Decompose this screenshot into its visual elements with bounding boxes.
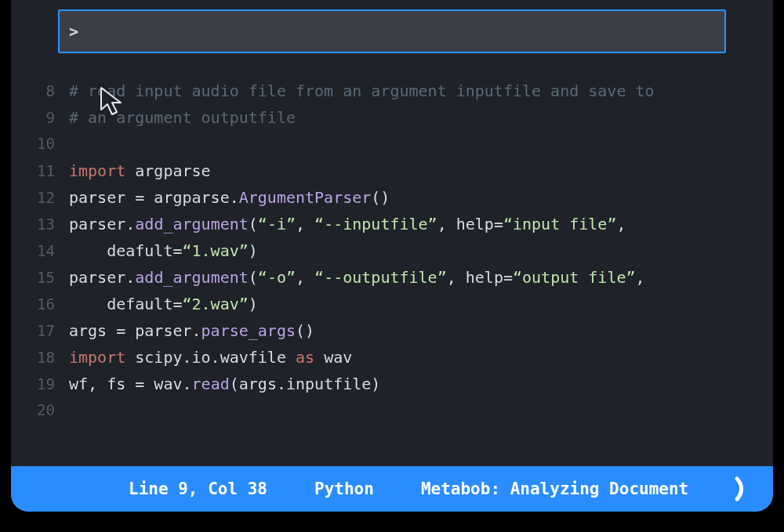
command-bar-container: > bbox=[11, 0, 773, 53]
token-default: () bbox=[296, 321, 314, 340]
token-func: parse_args bbox=[201, 321, 296, 340]
code-line[interactable]: 10 bbox=[25, 135, 773, 161]
token-default: parser. bbox=[69, 268, 135, 287]
token-default: , bbox=[296, 215, 314, 233]
mouse-cursor-icon bbox=[99, 86, 125, 116]
code-content[interactable]: # read input audio file from an argument… bbox=[69, 81, 655, 100]
line-number: 20 bbox=[25, 401, 69, 418]
token-default: (args.inputfile) bbox=[230, 375, 381, 393]
token-keyword: as bbox=[296, 348, 314, 367]
line-number: 12 bbox=[25, 189, 69, 206]
token-default: argparse bbox=[125, 161, 210, 180]
token-string: “1.wav” bbox=[183, 241, 249, 260]
status-message: Metabob: Analyzing Document bbox=[421, 480, 688, 498]
line-number: 17 bbox=[25, 322, 69, 339]
code-line[interactable]: 16 default=“2.wav”) bbox=[25, 295, 773, 321]
token-default: scipy.io.wavfile bbox=[125, 348, 296, 367]
line-number: 10 bbox=[25, 135, 69, 152]
code-line[interactable]: 11import argparse bbox=[25, 161, 773, 188]
code-line[interactable]: 18import scipy.io.wavfile as wav bbox=[25, 348, 773, 375]
token-string: “2.wav” bbox=[183, 295, 249, 313]
token-comment: # read input audio file from an argument… bbox=[69, 81, 655, 100]
code-content[interactable]: import argparse bbox=[69, 161, 211, 180]
status-bar: Line 9, Col 38 Python Metabob: Analyzing… bbox=[11, 466, 773, 512]
code-line[interactable]: 17args = parser.parse_args() bbox=[25, 321, 773, 348]
token-string: “--inputfile” bbox=[314, 215, 437, 233]
code-line[interactable]: 9# an argument outputfile bbox=[25, 108, 773, 135]
token-string: “--outputfile” bbox=[314, 268, 447, 287]
code-line[interactable]: 20 bbox=[25, 401, 773, 428]
command-input[interactable] bbox=[85, 22, 715, 41]
code-line[interactable]: 13parser.add_argument(“-i”, “--inputfile… bbox=[25, 215, 773, 241]
code-content[interactable]: args = parser.parse_args() bbox=[69, 321, 314, 340]
line-number: 11 bbox=[25, 162, 69, 179]
token-string: “-i” bbox=[258, 215, 296, 233]
code-content[interactable]: parser.add_argument(“-i”, “--inputfile”,… bbox=[69, 215, 626, 233]
token-string: “input file” bbox=[503, 215, 617, 233]
status-cursor-position[interactable]: Line 9, Col 38 bbox=[129, 480, 267, 498]
token-keyword: import bbox=[69, 161, 125, 180]
token-default: parser = argparse. bbox=[69, 188, 239, 207]
token-default: ) bbox=[249, 241, 258, 260]
line-number: 14 bbox=[25, 242, 69, 259]
line-number: 15 bbox=[25, 269, 69, 286]
status-language[interactable]: Python bbox=[314, 480, 374, 498]
editor-window: > 8# read input audio file from an argum… bbox=[11, 0, 773, 512]
token-default: default= bbox=[69, 295, 183, 313]
command-prompt-icon: > bbox=[69, 22, 78, 41]
token-keyword: import bbox=[69, 348, 125, 367]
line-number: 19 bbox=[25, 375, 69, 393]
spinner-icon bbox=[734, 476, 754, 502]
line-number: 9 bbox=[25, 109, 69, 126]
line-number: 18 bbox=[25, 349, 69, 366]
token-default: parser. bbox=[69, 215, 135, 233]
token-func: read bbox=[192, 375, 230, 393]
token-func: ArgumentParser bbox=[239, 188, 372, 207]
line-number: 16 bbox=[25, 295, 69, 313]
token-default: () bbox=[371, 188, 390, 207]
line-number: 8 bbox=[25, 82, 69, 100]
token-default: ( bbox=[249, 215, 258, 233]
code-content[interactable]: parser.add_argument(“-o”, “--outputfile”… bbox=[69, 268, 645, 287]
token-func: add_argument bbox=[135, 215, 249, 233]
token-func: add_argument bbox=[135, 268, 249, 287]
code-line[interactable]: 12parser = argparse.ArgumentParser() bbox=[25, 188, 773, 215]
token-default: , bbox=[616, 215, 626, 233]
token-default: , help= bbox=[437, 215, 503, 233]
token-default: deafult= bbox=[69, 241, 183, 260]
token-default: args = parser. bbox=[69, 321, 201, 340]
line-number: 13 bbox=[25, 215, 69, 233]
token-default: ) bbox=[249, 295, 258, 313]
code-content[interactable]: deafult=“1.wav”) bbox=[69, 241, 258, 260]
token-string: “output file” bbox=[513, 268, 636, 287]
code-line[interactable]: 19wf, fs = wav.read(args.inputfile) bbox=[25, 375, 773, 401]
code-line[interactable]: 15parser.add_argument(“-o”, “--outputfil… bbox=[25, 268, 773, 295]
command-bar[interactable]: > bbox=[58, 9, 726, 53]
token-default: ( bbox=[249, 268, 258, 287]
code-line[interactable]: 8# read input audio file from an argumen… bbox=[25, 81, 773, 108]
token-default: , bbox=[636, 268, 645, 287]
token-default: wf, fs = wav. bbox=[69, 375, 192, 393]
token-default: wav bbox=[314, 348, 352, 367]
code-content[interactable]: default=“2.wav”) bbox=[69, 295, 258, 313]
token-default: , bbox=[296, 268, 314, 287]
code-line[interactable]: 14 deafult=“1.wav”) bbox=[25, 241, 773, 268]
token-string: “-o” bbox=[258, 268, 296, 287]
code-content[interactable]: import scipy.io.wavfile as wav bbox=[69, 348, 352, 367]
token-default: , help= bbox=[447, 268, 513, 287]
code-content[interactable]: parser = argparse.ArgumentParser() bbox=[69, 188, 390, 207]
code-content[interactable]: wf, fs = wav.read(args.inputfile) bbox=[69, 375, 380, 393]
